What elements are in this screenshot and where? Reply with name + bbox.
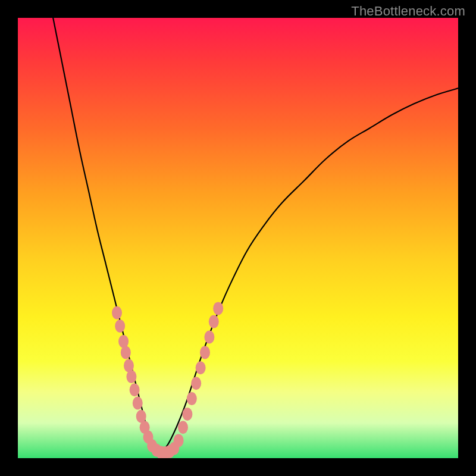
- watermark-text: TheBottleneck.com: [351, 4, 465, 19]
- curve-right-branch: [159, 88, 458, 453]
- cluster-dot: [182, 408, 192, 421]
- cluster-dot: [200, 346, 210, 359]
- cluster-dot: [130, 383, 140, 396]
- curve-layer: [53, 18, 458, 454]
- cluster-dot: [187, 392, 197, 405]
- cluster-dot: [178, 421, 188, 434]
- cluster-dot: [133, 397, 143, 410]
- cluster-dot: [174, 434, 184, 447]
- cluster-dot: [112, 306, 122, 320]
- chart-frame: TheBottleneck.com: [0, 0, 476, 476]
- cluster-dot: [196, 361, 206, 374]
- curve-left-branch: [53, 18, 159, 454]
- plot-area: [18, 18, 458, 458]
- cluster-dot: [118, 335, 129, 348]
- cluster-dot: [204, 331, 214, 344]
- cluster-dot: [209, 315, 219, 328]
- chart-svg: [18, 18, 458, 458]
- cluster-dot: [213, 302, 223, 315]
- cluster-dot: [126, 370, 136, 383]
- cluster-dot: [191, 377, 201, 390]
- cluster-dot: [121, 346, 131, 359]
- dot-layer: [112, 302, 223, 458]
- cluster-dot: [115, 320, 125, 333]
